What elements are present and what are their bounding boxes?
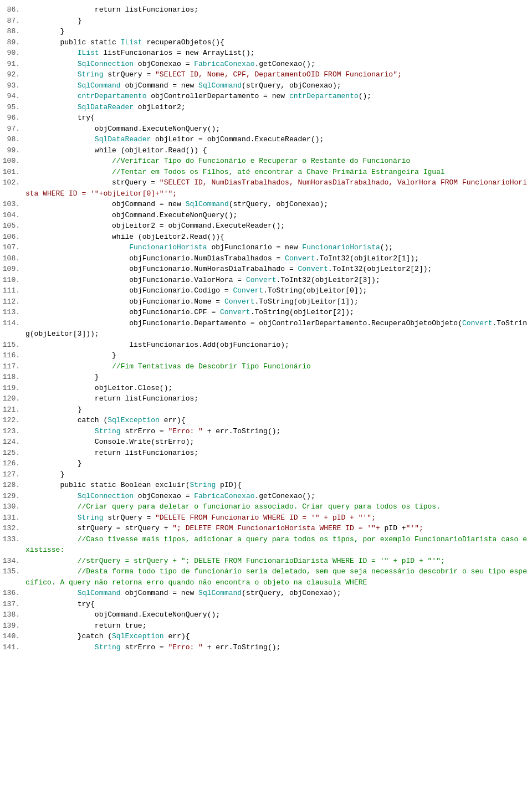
code-segment: objLeitor2 = objCommand.ExecuteReader(); <box>25 222 285 230</box>
code-segment: strQuery = strQuery + <box>25 524 172 532</box>
code-segment: String <box>190 481 216 489</box>
code-segment: objCommand = <box>25 200 168 208</box>
code-container: 86. return listFuncionarios;87. }88. }89… <box>0 0 532 785</box>
code-line: 128. public static Boolean excluir(Strin… <box>0 480 532 491</box>
code-segment: } <box>25 351 116 360</box>
code-line: 91. SqlConnection objConexao = FabricaCo… <box>0 59 532 70</box>
line-number: 119. <box>2 383 25 394</box>
code-segment: FabricaConexao <box>194 60 254 68</box>
code-line: 117. //Fim Tentativas de Descobrir Tipo … <box>0 361 532 372</box>
line-content: SqlCommand objCommand = new SqlCommand(s… <box>25 80 530 91</box>
code-line: 93. SqlCommand objCommand = new SqlComma… <box>0 80 532 91</box>
code-segment: while (objLeitor.Read()) { <box>25 146 207 155</box>
line-number: 125. <box>2 448 25 459</box>
code-segment: objConexao = <box>134 60 194 68</box>
code-line: 87. } <box>0 16 532 27</box>
code-segment: strErro = <box>121 643 168 651</box>
line-number: 110. <box>2 275 25 286</box>
line-number: 131. <box>2 512 25 524</box>
code-segment: return listFuncionarios; <box>25 6 198 14</box>
code-segment: //Criar query para deletar o funcionario… <box>25 502 441 511</box>
line-content: //Verificar Tipo do Funcionário e Recupe… <box>25 156 530 167</box>
code-segment: + pID + <box>388 557 427 565</box>
code-segment: }catch ( <box>25 632 112 640</box>
code-segment <box>194 589 198 597</box>
code-line: 115. listFuncionarios.Add(objFuncionario… <box>0 340 532 351</box>
code-segment: FuncionarioHorista <box>129 243 207 252</box>
code-segment: objCommand.ExecuteNonQuery(); <box>25 610 220 619</box>
code-segment: "Erro: " <box>168 643 202 651</box>
line-content: String strErro = "Erro: " + err.ToString… <box>25 426 530 437</box>
code-segment: objConexao = <box>134 492 194 500</box>
line-number: 138. <box>2 609 25 620</box>
code-segment: new <box>181 81 194 90</box>
line-number: 124. <box>2 437 25 448</box>
line-content: public static IList recuperaObjetos(){ <box>25 37 530 48</box>
code-segment: Convert <box>246 276 277 284</box>
code-line: 124. Console.Write(strErro); <box>0 437 532 448</box>
code-segment: catch ( <box>25 416 108 424</box>
code-segment: .getConexao(); <box>254 492 315 500</box>
code-line: 88. } <box>0 26 532 37</box>
code-segment: return listFuncionarios; <box>25 449 198 457</box>
code-segment: objLeitor.Close(); <box>25 384 172 392</box>
code-segment: IList <box>78 49 99 57</box>
code-line: 107. FuncionarioHorista objFuncionario =… <box>0 242 532 253</box>
code-segment: "'"; <box>406 524 423 532</box>
line-number: 137. <box>2 599 25 610</box>
line-content: objLeitor2 = objCommand.ExecuteReader(); <box>25 220 530 232</box>
code-segment <box>25 103 78 111</box>
code-line: 104. objCommand.ExecuteNonQuery(); <box>0 210 532 221</box>
code-segment <box>194 81 198 90</box>
line-number: 95. <box>2 102 25 113</box>
line-number: 100. <box>2 156 25 167</box>
code-segment: SqlCommand <box>198 81 242 90</box>
line-number: 105. <box>2 220 25 232</box>
code-segment: //Verificar Tipo do Funcionário e Recupe… <box>25 157 410 165</box>
line-content: SqlCommand objCommand = new SqlCommand(s… <box>25 588 530 599</box>
line-content: IList listFuncionarios = new ArrayList()… <box>25 48 530 59</box>
code-line: 138. objCommand.ExecuteNonQuery(); <box>0 609 532 620</box>
line-number: 120. <box>2 393 25 404</box>
line-content: cntrDepartamento objControllerDepartamen… <box>25 91 530 102</box>
line-content: try{ <box>25 599 530 610</box>
code-segment: try{ <box>25 600 95 608</box>
code-segment: String <box>95 643 121 651</box>
code-line: 136. SqlCommand objCommand = new SqlComm… <box>0 588 532 599</box>
code-segment: (); <box>359 92 371 100</box>
line-content: } <box>25 372 530 383</box>
code-segment: objLeitor = objCommand.ExecuteReader(); <box>151 135 324 143</box>
line-content: listFuncionarios.Add(objFuncionario); <box>25 340 530 351</box>
code-line: 141. String strErro = "Erro: " + err.ToS… <box>0 642 532 653</box>
code-line: 112. objFuncionario.Nome = Convert.ToStr… <box>0 296 532 307</box>
code-segment: listFuncionarios = <box>99 49 186 57</box>
code-segment: SqlCommand <box>78 81 121 90</box>
code-line: 123. String strErro = "Erro: " + err.ToS… <box>0 426 532 437</box>
line-number: 141. <box>2 642 25 653</box>
code-segment: new <box>285 243 298 252</box>
line-number: 132. <box>2 523 25 534</box>
code-segment: return true; <box>25 622 146 630</box>
code-segment: Convert <box>462 319 493 327</box>
code-segment: objFuncionario.NumDiasTrabalhados = <box>25 254 285 263</box>
code-segment: } <box>25 27 64 35</box>
code-segment <box>25 135 95 143</box>
line-number: 128. <box>2 480 25 491</box>
line-content: //Caso tivesse mais tipos, adicionar a q… <box>25 534 530 556</box>
line-content: } <box>25 26 530 37</box>
line-number: 122. <box>2 415 25 426</box>
code-line: 120. return listFuncionarios; <box>0 393 532 404</box>
code-segment: "DELETE FROM Funcionario WHERE ID = '" +… <box>155 514 376 522</box>
line-number: 101. <box>2 167 25 178</box>
code-segment: new <box>272 92 285 100</box>
line-content: objFuncionario.ValorHora = Convert.ToInt… <box>25 275 530 286</box>
code-segment <box>25 589 78 597</box>
code-segment: + err.ToString(); <box>203 427 280 435</box>
line-content: while (objLeitor2.Read()){ <box>25 232 530 243</box>
line-content: objCommand.ExecuteNonQuery(); <box>25 124 530 135</box>
line-number: 112. <box>2 296 25 307</box>
code-segment: public static <box>60 38 116 47</box>
line-number: 114. <box>2 318 25 329</box>
line-content: return true; <box>25 620 530 632</box>
line-number: 88. <box>2 26 25 37</box>
